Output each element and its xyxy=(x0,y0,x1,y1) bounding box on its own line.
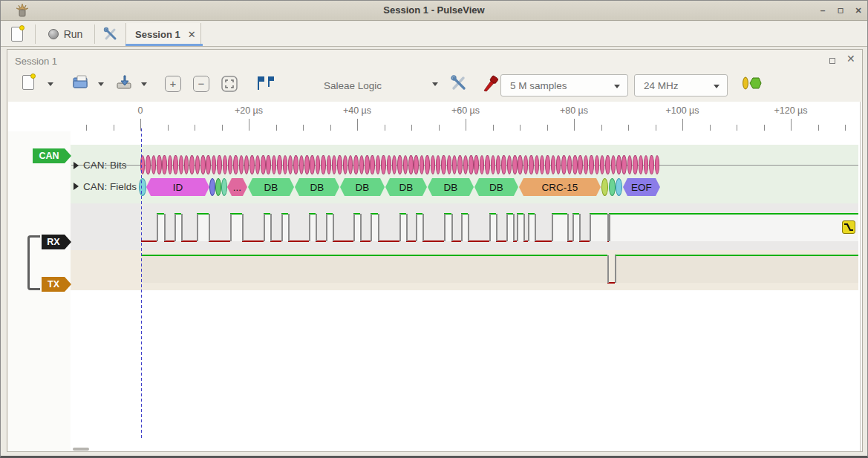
ruler-major-tick xyxy=(466,119,466,131)
rx-signal-edge xyxy=(242,214,244,241)
can-bit-annotation xyxy=(365,155,369,174)
row-label-can-bits: CAN: Bits xyxy=(83,160,127,171)
rx-signal-edge xyxy=(288,214,290,241)
add-decoder-button[interactable] xyxy=(741,76,762,90)
open-button[interactable] xyxy=(73,75,89,90)
dock-float-button[interactable] xyxy=(829,58,835,64)
can-bit-annotation xyxy=(370,155,374,174)
ruler-minor-tick xyxy=(818,125,819,131)
timeline-cursor[interactable] xyxy=(141,128,142,440)
rx-signal-edge xyxy=(468,214,469,241)
rx-signal-high xyxy=(590,213,607,215)
ruler-minor-tick xyxy=(439,125,440,131)
ruler-minor-tick xyxy=(86,125,87,131)
rx-signal-edge xyxy=(517,214,518,241)
new-session-button[interactable] xyxy=(22,75,34,90)
can-bit-annotation xyxy=(223,155,227,174)
open-dropdown-caret[interactable] xyxy=(98,82,104,86)
zoom-fit-button[interactable] xyxy=(221,76,238,92)
can-bit-annotation xyxy=(414,155,418,174)
sample-count-combo[interactable]: 5 M samples xyxy=(500,74,628,96)
save-button[interactable] xyxy=(116,75,132,90)
wrench-screwdriver-icon xyxy=(103,27,118,42)
ruler-major-tick xyxy=(357,119,358,131)
rx-signal-edge xyxy=(523,214,525,241)
rx-signal-low xyxy=(141,241,157,242)
decoder-tag-can[interactable]: CAN xyxy=(33,148,71,163)
ruler-label: +80 µs xyxy=(560,105,588,116)
dock-close-button[interactable]: ✕ xyxy=(846,53,855,65)
sample-rate-combo[interactable]: 24 MHz xyxy=(634,74,728,96)
ruler-minor-tick xyxy=(385,125,385,131)
can-field-annotation: DB xyxy=(340,178,385,196)
can-field-point-annotation xyxy=(601,178,608,196)
rx-signal-edge xyxy=(281,214,283,241)
device-selector[interactable]: Saleae Logic xyxy=(324,79,382,92)
tx-signal-high xyxy=(615,255,858,256)
can-bit-annotation xyxy=(173,155,177,174)
title-bar[interactable]: Session 1 - PulseView – ◻ ✕ xyxy=(1,1,867,21)
new-session-file-button[interactable] xyxy=(7,24,27,44)
rx-signal-edge xyxy=(378,214,379,241)
toolbar-separator xyxy=(94,24,95,44)
new-file-icon xyxy=(11,27,23,42)
can-field-point-annotation xyxy=(616,178,622,196)
run-button-label: Run xyxy=(64,28,83,40)
tab-session-1[interactable]: Session 1 ✕ xyxy=(125,23,201,46)
tab-close-icon[interactable]: ✕ xyxy=(188,29,196,40)
can-bit-annotation xyxy=(162,155,166,174)
save-dropdown-caret[interactable] xyxy=(141,82,147,86)
expander-can-fields[interactable] xyxy=(74,183,79,190)
pulseview-window: Session 1 - PulseView – ◻ ✕ Run Session … xyxy=(0,0,868,458)
maximize-button[interactable]: ◻ xyxy=(834,4,847,17)
can-bit-annotation xyxy=(195,155,200,174)
rx-signal-edge xyxy=(513,214,515,241)
rx-signal-high xyxy=(197,213,209,215)
ruler-minor-tick xyxy=(222,125,223,131)
can-bit-annotation xyxy=(551,155,555,174)
tx-high-region xyxy=(615,256,858,283)
ruler-minor-tick xyxy=(710,125,711,131)
can-bit-annotation xyxy=(469,155,473,174)
can-bit-annotation xyxy=(277,155,281,174)
rx-signal-edge xyxy=(181,214,183,241)
dock-title: Session 1 xyxy=(15,56,57,67)
minimize-button[interactable]: – xyxy=(816,4,829,17)
rx-signal-high xyxy=(609,213,858,215)
channel-group-bracket[interactable] xyxy=(27,235,40,290)
can-field-point-annotation xyxy=(209,178,215,196)
rx-signal-low xyxy=(181,241,197,242)
rx-signal-edge xyxy=(444,214,446,241)
rx-signal-edge xyxy=(579,214,581,241)
close-button[interactable]: ✕ xyxy=(852,4,865,17)
trace-view[interactable]: 0+20 µs+40 µs+60 µs+80 µs+100 µs+120 µsI… xyxy=(8,102,862,451)
rx-signal-edge xyxy=(270,214,272,241)
new-session-dropdown-caret[interactable] xyxy=(48,82,53,86)
expander-can-bits[interactable] xyxy=(74,162,79,169)
can-bit-annotation xyxy=(447,155,451,174)
can-bit-annotation xyxy=(633,155,637,174)
tab-label: Session 1 xyxy=(135,29,180,40)
horizontal-scrollbar-thumb[interactable] xyxy=(73,448,89,451)
view-right-border xyxy=(860,102,861,451)
trigger-marker-falling-icon[interactable] xyxy=(842,220,855,234)
configure-channels-button[interactable] xyxy=(481,74,499,92)
rx-signal-edge xyxy=(360,214,362,241)
toolbar-separator xyxy=(35,24,36,44)
can-bit-annotation xyxy=(266,155,270,174)
run-button[interactable]: Run xyxy=(44,24,87,44)
settings-button[interactable] xyxy=(100,24,121,44)
show-cursors-button[interactable] xyxy=(254,75,276,91)
zoom-out-button[interactable]: − xyxy=(193,76,209,92)
rx-signal-low xyxy=(496,241,506,242)
zoom-in-button[interactable]: + xyxy=(165,76,181,92)
can-field-annotation: DB xyxy=(248,178,294,196)
device-selector-caret[interactable] xyxy=(432,82,438,86)
can-bit-annotation xyxy=(518,155,522,174)
can-bit-annotation xyxy=(217,155,221,174)
can-bit-annotation xyxy=(408,155,413,174)
save-icon xyxy=(116,75,132,90)
ruler-label: 0 xyxy=(138,105,143,116)
configure-device-button[interactable] xyxy=(450,74,468,92)
can-bit-annotation xyxy=(491,155,495,174)
